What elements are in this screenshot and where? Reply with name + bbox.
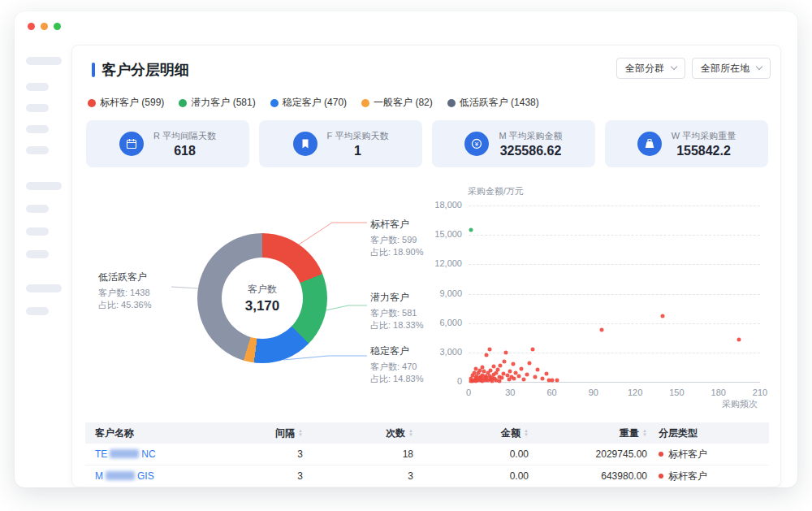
- donut-center-value: 3,170: [245, 298, 280, 314]
- scatter-plot[interactable]: 03,0006,0009,00012,00015,00018,000030609…: [469, 206, 760, 383]
- table-row[interactable]: TENC 3 18 0.00 2029745.00 标杆客户: [85, 444, 769, 466]
- cell-times: 18: [303, 448, 413, 460]
- customer-name-link[interactable]: TENC: [95, 448, 156, 460]
- minimize-button[interactable]: [41, 23, 48, 30]
- location-filter-value: 全部所在地: [701, 62, 749, 76]
- col-header-amount[interactable]: 金额▲▼: [413, 427, 529, 440]
- legend-label: 潜力客户 (581): [191, 96, 255, 110]
- y-tick-label: 18,000: [420, 200, 462, 210]
- scatter-x-axis-title: 采购频次: [722, 398, 758, 410]
- col-header-name: 客户名称: [85, 427, 199, 440]
- scatter-point: [737, 338, 741, 342]
- cell-amount: 0.00: [413, 448, 529, 460]
- legend-label: 标杆客户 (599): [100, 96, 164, 110]
- legend: 标杆客户 (599) 潜力客户 (581) 稳定客户 (470) 一般客户 (8…: [88, 96, 539, 110]
- calendar-icon: [119, 132, 144, 156]
- legend-item[interactable]: 标杆客户 (599): [88, 96, 164, 110]
- legend-item[interactable]: 低活跃客户 (1438): [447, 96, 539, 110]
- cell-type: 标杆客户: [647, 448, 769, 461]
- sidebar-skeleton-bar[interactable]: [26, 307, 49, 315]
- scatter-point: [544, 372, 548, 376]
- sidebar-skeleton-bar[interactable]: [26, 125, 49, 133]
- gridline: [469, 206, 760, 206]
- type-dot: [659, 474, 663, 479]
- sidebar-skeleton-bar[interactable]: [26, 250, 49, 258]
- y-tick-label: 9,000: [420, 288, 462, 298]
- donut-chart[interactable]: 客户数 3,170: [197, 233, 327, 363]
- scatter-point: [530, 347, 534, 351]
- sidebar-skeleton-bar[interactable]: [26, 104, 49, 112]
- cell-amount: 0.00: [413, 470, 529, 482]
- gridline: [469, 235, 760, 236]
- sidebar-skeleton-bar[interactable]: [26, 284, 62, 292]
- sidebar-skeleton-bar[interactable]: [26, 146, 49, 154]
- segment-filter-select[interactable]: 全部分群: [616, 58, 685, 79]
- x-tick-label: 180: [707, 388, 730, 397]
- table-row[interactable]: MGIS 3 3 0.00 643980.00 标杆客户: [85, 466, 769, 487]
- donut-center: 客户数 3,170: [222, 258, 303, 339]
- col-header-type: 分层类型: [647, 427, 769, 440]
- cell-times: 3: [303, 470, 413, 482]
- scatter-point: [500, 376, 504, 380]
- legend-label: 一般客户 (82): [374, 96, 433, 110]
- scatter-point: [528, 362, 532, 366]
- x-tick-label: 120: [624, 388, 646, 397]
- scatter-point: [499, 363, 503, 367]
- scatter-point: [555, 379, 559, 383]
- y-tick-label: 6,000: [420, 318, 462, 327]
- sidebar-skeleton-bar[interactable]: [26, 227, 49, 236]
- kpi-value: 325586.62: [499, 144, 562, 158]
- kpi-label: R 平均间隔天数: [153, 130, 216, 142]
- location-filter-select[interactable]: 全部所在地: [692, 58, 771, 79]
- kpi-card-monetary: ¥ M 平均采购金额 325586.62: [432, 120, 595, 167]
- sidebar-skeleton-bar[interactable]: [26, 57, 62, 65]
- donut-center-label: 客户数: [248, 283, 277, 297]
- y-tick-label: 15,000: [420, 229, 462, 239]
- y-tick-label: 0: [420, 376, 462, 386]
- svg-text:¥: ¥: [474, 141, 479, 148]
- kpi-card-weight: W 平均采购重量 155842.2: [605, 120, 768, 167]
- sidebar-skeleton-bar[interactable]: [26, 205, 49, 213]
- scatter-point: [485, 353, 489, 357]
- col-header-gap[interactable]: 间隔▲▼: [199, 427, 303, 440]
- customer-name-link[interactable]: MGIS: [95, 470, 154, 482]
- kpi-label: M 平均采购金额: [499, 130, 562, 142]
- maximize-button[interactable]: [54, 23, 61, 30]
- gridline: [469, 294, 760, 295]
- chevron-down-icon: [756, 63, 762, 70]
- segment-filter-value: 全部分群: [625, 62, 664, 76]
- kpi-value: 1: [327, 144, 389, 158]
- legend-item[interactable]: 一般客户 (82): [361, 96, 433, 110]
- title-accent-bar: [92, 63, 95, 77]
- col-header-times[interactable]: 次数▲▼: [303, 427, 413, 440]
- scatter-point: [481, 365, 485, 369]
- cell-type: 标杆客户: [647, 470, 769, 483]
- x-tick-label: 60: [541, 388, 564, 397]
- filter-bar: 全部分群 全部所在地: [616, 58, 771, 79]
- gridline: [469, 264, 760, 265]
- legend-dot: [88, 99, 96, 107]
- scatter-y-axis-title: 采购金额/万元: [468, 185, 524, 197]
- kpi-card-recency: R 平均间隔天数 618: [86, 120, 249, 167]
- bookmark-icon: [293, 132, 317, 156]
- cell-gap: 3: [199, 470, 303, 482]
- sidebar-skeleton-bar[interactable]: [26, 182, 62, 190]
- kpi-value: 155842.2: [672, 144, 736, 158]
- legend-item[interactable]: 潜力客户 (581): [179, 96, 255, 110]
- sidebar-skeleton-bar[interactable]: [26, 83, 49, 91]
- customer-table: 客户名称 间隔▲▼ 次数▲▼ 金额▲▼ 重量▲▼ 分层类型 TENC 3 18 …: [85, 422, 769, 487]
- legend-item[interactable]: 稳定客户 (470): [270, 96, 347, 110]
- screen: 客户分层明细 全部分群 全部所在地 标杆客户 (599) 潜力客户 (581) …: [0, 0, 812, 511]
- kpi-label: W 平均采购重量: [672, 130, 736, 142]
- table-header: 客户名称 间隔▲▼ 次数▲▼ 金额▲▼ 重量▲▼ 分层类型: [85, 422, 769, 444]
- close-button[interactable]: [28, 23, 35, 30]
- gridline: [469, 353, 760, 353]
- legend-dot: [179, 99, 187, 107]
- main-panel: 客户分层明细 全部分群 全部所在地 标杆客户 (599) 潜力客户 (581) …: [71, 45, 781, 487]
- gridline: [469, 323, 760, 324]
- x-tick-label: 30: [499, 388, 521, 397]
- scatter-point: [550, 378, 554, 382]
- col-header-weight[interactable]: 重量▲▼: [529, 427, 647, 440]
- legend-label: 低活跃客户 (1438): [460, 96, 539, 110]
- scatter-point: [511, 362, 515, 366]
